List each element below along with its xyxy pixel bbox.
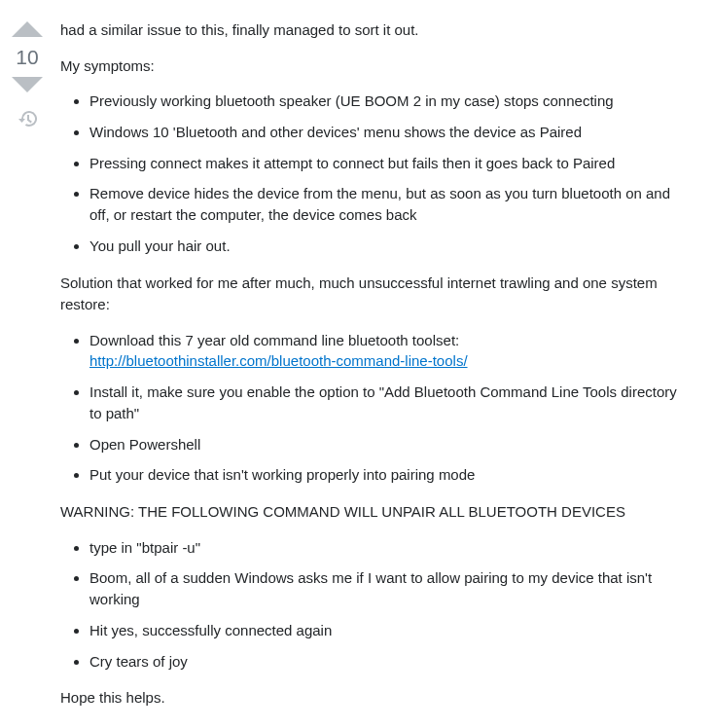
list-item: type in "btpair -u" (89, 537, 685, 559)
list-item: Open Powershell (89, 434, 685, 455)
list-item: You pull your hair out. (89, 236, 685, 257)
list-item: Install it, make sure you enable the opt… (89, 382, 685, 424)
solution-heading: Solution that worked for me after much, … (60, 273, 685, 316)
solution-steps-1: Download this 7 year old command line bl… (60, 330, 685, 487)
intro-text: had a similar issue to this, finally man… (60, 19, 685, 42)
list-item: Previously working bluetooth speaker (UE… (89, 91, 685, 112)
list-item: Put your device that isn't working prope… (89, 464, 685, 486)
answer-post: 10 had a similar issue to this, finally … (0, 19, 696, 723)
outro-text: Hope this helps. (60, 687, 685, 710)
step-text: Download this 7 year old command line bl… (89, 332, 459, 348)
answer-body: had a similar issue to this, finally man… (54, 19, 696, 723)
list-item: Hit yes, successfully connected again (89, 620, 685, 641)
vote-column: 10 (0, 19, 54, 130)
vote-score: 10 (16, 47, 38, 67)
list-item: Cry tears of joy (89, 651, 685, 673)
list-item: Boom, all of a sudden Windows asks me if… (89, 567, 685, 610)
timeline-icon[interactable] (18, 110, 37, 130)
symptoms-list: Previously working bluetooth speaker (UE… (60, 91, 685, 257)
symptoms-heading: My symptoms: (60, 55, 685, 78)
list-item: Remove device hides the device from the … (89, 183, 685, 226)
solution-steps-2: type in "btpair -u" Boom, all of a sudde… (60, 537, 685, 673)
downvote-button[interactable] (12, 77, 43, 92)
warning-text: WARNING: THE FOLLOWING COMMAND WILL UNPA… (60, 501, 685, 524)
list-item: Download this 7 year old command line bl… (89, 330, 685, 373)
list-item: Windows 10 'Bluetooth and other devices'… (89, 122, 685, 143)
list-item: Pressing connect makes it attempt to con… (89, 153, 685, 174)
tool-link[interactable]: http://bluetoothinstaller.com/bluetooth-… (89, 352, 468, 369)
upvote-button[interactable] (12, 21, 43, 37)
